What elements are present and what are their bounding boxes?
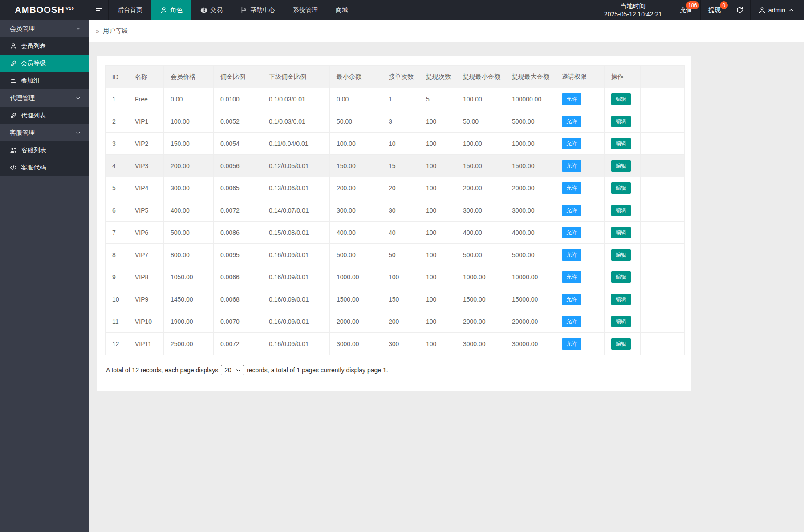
invite-permission-cell: 允许 — [555, 333, 605, 355]
table-cell: 100000.00 — [505, 88, 555, 110]
top-nav-item[interactable]: 后台首页 — [109, 0, 151, 20]
edit-button[interactable]: 编辑 — [611, 227, 631, 238]
table-cell: 1900.00 — [164, 310, 214, 333]
edit-button[interactable]: 编辑 — [611, 271, 631, 283]
allow-button[interactable]: 允许 — [562, 160, 581, 172]
recharge-button[interactable]: 充值 186 — [672, 0, 700, 20]
table-cell: 4 — [106, 155, 128, 177]
action-cell: 编辑 — [605, 333, 641, 355]
table-cell: 50.00 — [330, 110, 382, 133]
allow-button[interactable]: 允许 — [562, 138, 581, 149]
allow-button[interactable]: 允许 — [562, 338, 581, 350]
top-nav-item[interactable]: 角色 — [151, 0, 191, 20]
sidebar: 会员管理会员列表会员等级叠加组代理管理代理列表客服管理客服列表客服代码 — [0, 20, 89, 532]
table-cell: 150 — [382, 288, 419, 310]
table-cell: 100 — [419, 244, 456, 266]
column-header: 最小余额 — [330, 66, 382, 88]
sidebar-item[interactable]: 会员列表 — [0, 37, 89, 55]
sidebar-item-label: 会员等级 — [21, 60, 46, 68]
pagination-suffix: records, a total of 1 pages currently di… — [247, 367, 388, 374]
table-cell: 200 — [382, 310, 419, 333]
invite-permission-cell: 允许 — [555, 244, 605, 266]
table-cell: 100 — [419, 110, 456, 133]
edit-button[interactable]: 编辑 — [611, 338, 631, 350]
allow-button[interactable]: 允许 — [562, 271, 581, 283]
table-cell: 3 — [106, 133, 128, 155]
sidebar-item-label: 客服列表 — [21, 146, 46, 154]
sidebar-item[interactable]: 会员等级 — [0, 55, 89, 72]
table-cell: 1000.00 — [505, 133, 555, 155]
top-nav-item[interactable]: 系统管理 — [284, 0, 327, 20]
table-cell: 1500.00 — [456, 288, 505, 310]
empty-cell — [641, 88, 685, 110]
withdraw-label: 提现 — [708, 6, 721, 14]
empty-cell — [641, 310, 685, 333]
user-level-table: ID名称会员价格佣金比例下级佣金比例最小余额接单次数提现次数提现最小金额提现最大… — [105, 65, 685, 355]
table-cell: 1450.00 — [164, 288, 214, 310]
column-header: 下级佣金比例 — [262, 66, 330, 88]
top-nav-item[interactable]: 交易 — [191, 0, 231, 20]
table-cell: 150.00 — [330, 155, 382, 177]
allow-button[interactable]: 允许 — [562, 294, 581, 305]
table-cell: VIP5 — [128, 199, 164, 222]
allow-button[interactable]: 允许 — [562, 205, 581, 216]
table-cell: 0.0070 — [214, 310, 262, 333]
edit-button[interactable]: 编辑 — [611, 182, 631, 194]
flag-icon — [240, 7, 248, 14]
table-cell: 50 — [382, 244, 419, 266]
edit-button[interactable]: 编辑 — [611, 249, 631, 261]
allow-button[interactable]: 允许 — [562, 116, 581, 127]
allow-button[interactable]: 允许 — [562, 93, 581, 105]
table-cell: VIP9 — [128, 288, 164, 310]
table-cell: 0.0086 — [214, 222, 262, 244]
page-size-select[interactable]: 20 — [221, 365, 244, 375]
column-header: 名称 — [128, 66, 164, 88]
refresh-icon — [736, 6, 743, 14]
top-nav-item[interactable]: 帮助中心 — [231, 0, 284, 20]
sidebar-item[interactable]: 客服代码 — [0, 159, 89, 176]
invite-permission-cell: 允许 — [555, 222, 605, 244]
sidebar-item[interactable]: 叠加组 — [0, 72, 89, 89]
breadcrumb-arrow-icon: » — [96, 27, 99, 35]
table-cell: 2 — [106, 110, 128, 133]
sidebar-item[interactable]: 代理管理 — [0, 89, 89, 107]
sidebar-item[interactable]: 代理列表 — [0, 107, 89, 124]
page-size-value: 20 — [224, 367, 231, 374]
edit-button[interactable]: 编辑 — [611, 138, 631, 149]
sidebar-collapse-button[interactable] — [89, 0, 109, 20]
table-cell: 0.0072 — [214, 199, 262, 222]
table-cell: 300.00 — [456, 199, 505, 222]
allow-button[interactable]: 允许 — [562, 316, 581, 327]
edit-button[interactable]: 编辑 — [611, 93, 631, 105]
table-cell: 0.0065 — [214, 177, 262, 199]
allow-button[interactable]: 允许 — [562, 227, 581, 238]
table-row: 10VIP91450.000.00680.16/0.09/0.011500.00… — [106, 288, 685, 310]
admin-menu[interactable]: admin — [750, 0, 804, 20]
table-cell: 10 — [382, 133, 419, 155]
table-cell: 0.0054 — [214, 133, 262, 155]
allow-button[interactable]: 允许 — [562, 249, 581, 261]
edit-button[interactable]: 编辑 — [611, 116, 631, 127]
sidebar-item[interactable]: 会员管理 — [0, 20, 89, 37]
sidebar-item[interactable]: 客服管理 — [0, 124, 89, 141]
allow-button[interactable]: 允许 — [562, 182, 581, 194]
table-row: 7VIP6500.000.00860.15/0.08/0.01400.00401… — [106, 222, 685, 244]
table-cell: 0.00 — [164, 88, 214, 110]
table-cell: 100 — [419, 310, 456, 333]
withdraw-button[interactable]: 提现 0 — [700, 0, 729, 20]
edit-button[interactable]: 编辑 — [611, 205, 631, 216]
table-cell: 200.00 — [330, 177, 382, 199]
invite-permission-cell: 允许 — [555, 199, 605, 222]
edit-button[interactable]: 编辑 — [611, 160, 631, 172]
table-cell: 2000.00 — [330, 310, 382, 333]
edit-button[interactable]: 编辑 — [611, 316, 631, 327]
top-nav-item[interactable]: 商城 — [327, 0, 357, 20]
refresh-button[interactable] — [729, 0, 750, 20]
sidebar-item[interactable]: 客服列表 — [0, 141, 89, 159]
table-cell: 1 — [382, 88, 419, 110]
table-cell: 0.16/0.09/0.01 — [262, 266, 330, 288]
table-cell: 0.16/0.09/0.01 — [262, 333, 330, 355]
edit-button[interactable]: 编辑 — [611, 294, 631, 305]
table-cell: 3000.00 — [456, 333, 505, 355]
hamburger-icon — [95, 7, 103, 14]
